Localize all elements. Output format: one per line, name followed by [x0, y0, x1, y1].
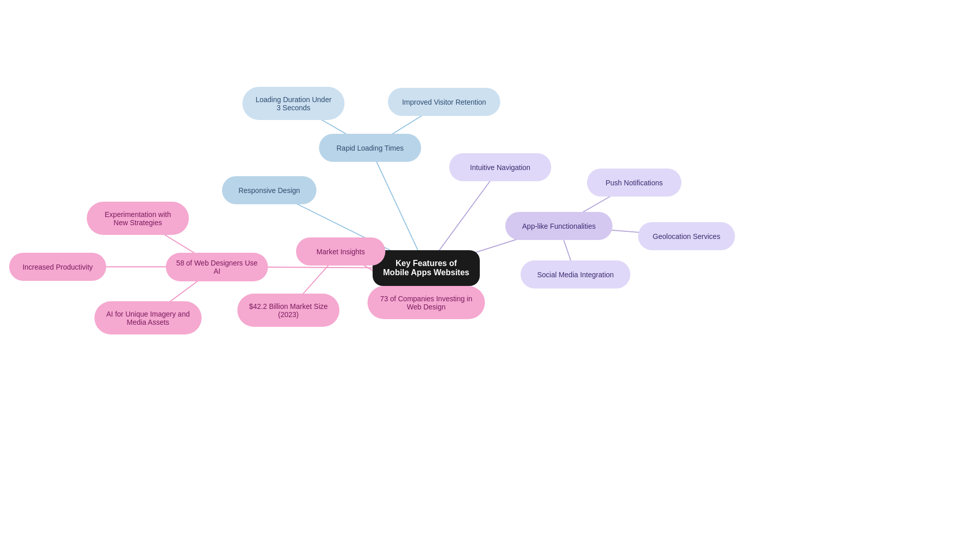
- web-designers-ai-node: 58 of Web Designers Use AI: [166, 253, 268, 281]
- ai-imagery-node: AI for Unique Imagery and Media Assets: [94, 301, 202, 334]
- loading-duration-node: Loading Duration Under 3 Seconds: [242, 87, 345, 120]
- social-media-node: Social Media Integration: [521, 260, 630, 288]
- rapid-loading-node: Rapid Loading Times: [319, 134, 421, 162]
- productivity-node: Increased Productivity: [9, 253, 106, 281]
- companies-investing-node: 73 of Companies Investing in Web Design: [368, 286, 485, 319]
- intuitive-nav-node: Intuitive Navigation: [449, 153, 551, 181]
- push-notif-node: Push Notifications: [587, 169, 681, 197]
- responsive-design-node: Responsive Design: [222, 176, 316, 204]
- improved-retention-node: Improved Visitor Retention: [388, 88, 500, 116]
- mindmap-container: Key Features of Mobile Apps WebsitesLoad…: [0, 0, 980, 553]
- app-like-node: App-like Functionalities: [505, 212, 612, 240]
- connections-svg: [0, 0, 980, 553]
- geolocation-node: Geolocation Services: [638, 222, 735, 250]
- center-node: Key Features of Mobile Apps Websites: [373, 250, 480, 286]
- market-insights-node: Market Insights: [296, 237, 385, 266]
- experimentation-node: Experimentation with New Strategies: [87, 202, 189, 235]
- market-size-node: $42.2 Billion Market Size (2023): [237, 294, 339, 327]
